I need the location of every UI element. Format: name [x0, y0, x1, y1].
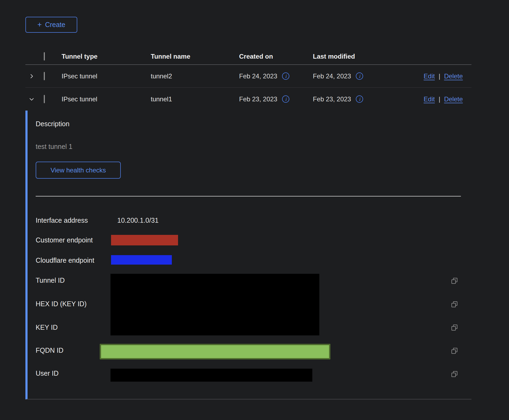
user-id-label: User ID: [36, 369, 59, 377]
table-row: IPsec tunnel tunnel1 Feb 23, 2023 i Feb …: [25, 88, 471, 111]
key-id-label: KEY ID: [36, 324, 58, 331]
view-health-checks-button[interactable]: View health checks: [36, 162, 121, 179]
col-header-last-modified: Last modified: [313, 53, 396, 60]
last-modified-cell: Feb 24, 2023: [313, 72, 351, 80]
table-header-row: Tunnel type Tunnel name Created on Last …: [25, 49, 471, 65]
user-id-redacted-value: [110, 369, 312, 382]
tunnel-type-cell: IPsec tunnel: [62, 95, 151, 103]
chevron-right-icon: [29, 73, 35, 79]
row-checkbox[interactable]: [44, 95, 45, 103]
customer-endpoint-redacted-value: [111, 235, 178, 245]
copy-icon: [451, 370, 458, 378]
row-checkbox[interactable]: [44, 72, 45, 80]
description-value: test tunnel 1: [36, 143, 72, 151]
tunnels-table: Tunnel type Tunnel name Created on Last …: [25, 49, 471, 111]
cloudflare-endpoint-label: Cloudflare endpoint: [36, 256, 94, 264]
delete-link[interactable]: Delete: [444, 95, 463, 103]
table-row: IPsec tunnel tunnel2 Feb 24, 2023 i Feb …: [25, 65, 471, 88]
cloudflare-endpoint-redacted-value: [111, 255, 172, 265]
chevron-down-icon: [29, 96, 35, 102]
col-header-tunnel-name: Tunnel name: [151, 53, 239, 60]
fqdn-id-redacted-value: [100, 344, 330, 359]
delete-link[interactable]: Delete: [444, 72, 463, 80]
tunnel-type-cell: IPsec tunnel: [62, 72, 151, 80]
created-on-cell: Feb 23, 2023: [239, 95, 277, 103]
copy-icon: [451, 301, 458, 308]
copy-tunnel-id-button[interactable]: [451, 277, 458, 285]
info-icon[interactable]: i: [282, 72, 289, 80]
info-icon[interactable]: i: [356, 72, 363, 80]
create-button-label: Create: [45, 21, 65, 29]
action-separator: |: [438, 95, 440, 103]
interface-address-label: Interface address: [36, 216, 88, 224]
tunnel-id-label: Tunnel ID: [36, 276, 65, 284]
collapse-row-button[interactable]: [25, 96, 38, 102]
copy-key-id-button[interactable]: [451, 324, 458, 331]
description-label: Description: [36, 120, 69, 128]
created-on-cell: Feb 24, 2023: [239, 72, 277, 80]
fqdn-id-label: FQDN ID: [36, 346, 63, 354]
edit-link[interactable]: Edit: [424, 95, 435, 103]
ids-redacted-value: [110, 274, 319, 335]
expand-row-button[interactable]: [25, 73, 38, 79]
copy-user-id-button[interactable]: [451, 370, 458, 378]
tunnel-name-cell: tunnel2: [151, 72, 239, 80]
edit-link[interactable]: Edit: [424, 72, 435, 80]
customer-endpoint-label: Customer endpoint: [36, 236, 93, 244]
action-separator: |: [438, 72, 440, 80]
plus-icon: +: [37, 21, 42, 28]
copy-icon: [451, 324, 458, 331]
info-icon[interactable]: i: [282, 95, 289, 103]
col-header-created-on: Created on: [239, 53, 313, 60]
section-divider: [36, 196, 461, 196]
copy-icon: [451, 277, 458, 285]
tunnel-name-cell: tunnel1: [151, 95, 239, 103]
interface-address-value: 10.200.1.0/31: [117, 216, 159, 224]
tunnel-detail-panel: Description test tunnel 1 View health ch…: [25, 111, 471, 399]
copy-fqdn-id-button[interactable]: [451, 347, 458, 355]
select-all-checkbox[interactable]: [44, 52, 45, 61]
col-header-tunnel-type: Tunnel type: [62, 53, 151, 60]
copy-hex-id-button[interactable]: [451, 301, 458, 308]
copy-icon: [451, 347, 458, 355]
create-button[interactable]: + Create: [25, 17, 77, 33]
tunnels-page: + Create Tunnel type Tunnel name Created…: [0, 0, 509, 420]
last-modified-cell: Feb 23, 2023: [313, 95, 351, 103]
hex-id-label: HEX ID (KEY ID): [36, 300, 86, 308]
info-icon[interactable]: i: [356, 95, 363, 103]
